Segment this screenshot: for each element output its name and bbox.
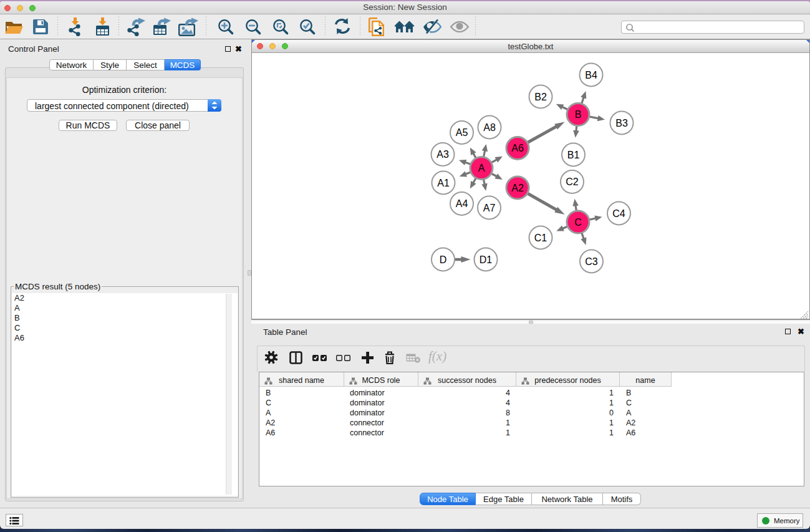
svg-text:A7: A7 [483,203,496,213]
svg-text:C: C [574,217,582,228]
svg-text:C4: C4 [612,208,625,219]
svg-text:C2: C2 [566,177,579,187]
svg-text:C3: C3 [585,256,598,267]
svg-text:A6: A6 [511,143,524,153]
svg-text:D: D [440,254,447,265]
svg-text:C1: C1 [534,233,547,243]
svg-text:A2: A2 [511,183,524,193]
svg-text:B: B [575,109,582,120]
svg-text:A4: A4 [456,198,468,209]
svg-text:D1: D1 [480,254,493,265]
svg-text:B1: B1 [567,150,580,160]
svg-text:A3: A3 [436,149,449,160]
svg-text:B2: B2 [534,92,547,102]
svg-text:A1: A1 [437,178,450,188]
svg-text:B4: B4 [585,70,597,80]
svg-text:A: A [478,163,485,173]
svg-text:A5: A5 [456,127,468,138]
svg-text:A8: A8 [483,122,496,133]
svg-text:B3: B3 [615,118,628,128]
